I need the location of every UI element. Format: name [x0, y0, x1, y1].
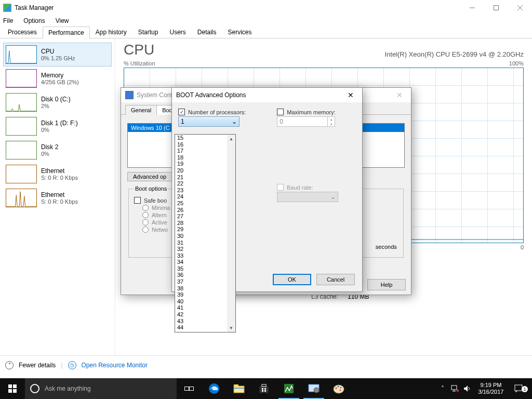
- tab-startup[interactable]: Startup: [132, 26, 164, 38]
- task-view-button[interactable]: [177, 378, 202, 399]
- dropdown-option[interactable]: 42: [175, 311, 235, 318]
- msconfig-close-icon[interactable]: ✕: [392, 91, 407, 99]
- dropdown-option[interactable]: 22: [175, 180, 235, 187]
- dropdown-option[interactable]: 36: [175, 272, 235, 278]
- taskbar-store[interactable]: [251, 378, 276, 399]
- svg-point-26: [457, 390, 459, 392]
- dropdown-option[interactable]: 17: [175, 148, 235, 154]
- chevron-up-icon[interactable]: ˄: [5, 361, 14, 369]
- tray-chevron-icon[interactable]: ˄: [436, 385, 449, 392]
- sidebar-disk1[interactable]: Disk 1 (D: F:)0%: [3, 114, 112, 138]
- tab-app-history[interactable]: App history: [90, 26, 132, 38]
- start-button[interactable]: [0, 384, 25, 393]
- sidebar-eth1[interactable]: EthernetS: 0 R: 0 Kbps: [3, 186, 112, 210]
- cpu-name: Intel(R) Xeon(R) CPU E5-2699 v4 @ 2.20GH…: [384, 50, 524, 58]
- dropdown-option[interactable]: 44: [175, 324, 235, 331]
- numproc-combo[interactable]: 1⌄: [178, 116, 240, 127]
- dropdown-option[interactable]: 16: [175, 141, 235, 148]
- dropdown-option[interactable]: 41: [175, 304, 235, 311]
- msconfig-tab-general[interactable]: General: [125, 105, 157, 115]
- maxmem-input[interactable]: 0▲▼: [277, 116, 335, 127]
- minimize-button[interactable]: [460, 0, 484, 16]
- dropdown-option[interactable]: 34: [175, 259, 235, 265]
- svg-rect-13: [262, 388, 263, 390]
- dropdown-option[interactable]: 19: [175, 161, 235, 167]
- baud-combo: ⌄: [277, 192, 338, 202]
- svg-rect-1: [8, 384, 12, 388]
- dropdown-option[interactable]: 28: [175, 220, 235, 227]
- msconfig-help-button[interactable]: Help: [367, 279, 406, 290]
- dropdown-option[interactable]: 37: [175, 278, 235, 285]
- tab-users[interactable]: Users: [164, 26, 191, 38]
- svg-rect-25: [451, 385, 457, 390]
- dropdown-option[interactable]: 39: [175, 291, 235, 298]
- dropdown-option[interactable]: 30: [175, 233, 235, 240]
- svg-rect-4: [13, 389, 17, 393]
- dropdown-option[interactable]: 35: [175, 265, 235, 272]
- window-title: Task Manager: [15, 4, 460, 11]
- dropdown-option[interactable]: 31: [175, 240, 235, 246]
- tray-network-icon[interactable]: [449, 385, 461, 392]
- cortana-icon: [30, 384, 39, 393]
- dropdown-option[interactable]: 23: [175, 187, 235, 194]
- footer: ˄ Fewer details | ◷ Open Resource Monito…: [0, 355, 532, 374]
- chevron-down-icon: ⌄: [330, 193, 336, 201]
- sidebar-cpu[interactable]: CPU0% 1.25 GHz: [3, 43, 112, 66]
- dropdown-option[interactable]: 18: [175, 154, 235, 161]
- bootadv-title: BOOT Advanced Options: [176, 91, 343, 99]
- dropdown-option[interactable]: 32: [175, 246, 235, 252]
- sidebar-disk0[interactable]: Disk 0 (C:)2%: [3, 90, 112, 114]
- sidebar-disk2[interactable]: Disk 20%: [3, 138, 112, 162]
- numproc-dropdown-list[interactable]: 1516171819202122232425262728293031323334…: [175, 134, 236, 332]
- close-button[interactable]: [508, 0, 532, 16]
- sidebar-memory[interactable]: Memory4/256 GB (2%): [3, 66, 112, 90]
- dropdown-option[interactable]: 38: [175, 285, 235, 292]
- fewer-details-link[interactable]: Fewer details: [19, 362, 56, 369]
- tab-details[interactable]: Details: [192, 26, 222, 38]
- svg-rect-12: [262, 384, 266, 387]
- menu-view[interactable]: View: [55, 17, 70, 24]
- dropdown-option[interactable]: 29: [175, 226, 235, 233]
- menu-file[interactable]: File: [2, 17, 14, 24]
- taskbar-msconfig[interactable]: [301, 378, 326, 399]
- dropdown-option[interactable]: 27: [175, 213, 235, 220]
- open-resource-monitor-link[interactable]: Open Resource Monitor: [82, 362, 148, 369]
- advanced-options-button[interactable]: Advanced op: [127, 172, 172, 181]
- tray-volume-icon[interactable]: [461, 385, 474, 392]
- svg-point-19: [314, 388, 319, 393]
- sidebar-eth0[interactable]: EthernetS: 0 R: 0 Kbps: [3, 162, 112, 186]
- dropdown-option[interactable]: 24: [175, 193, 235, 200]
- dropdown-option[interactable]: 40: [175, 298, 235, 305]
- tab-processes[interactable]: Processes: [2, 26, 43, 38]
- tray-notifications[interactable]: 1: [508, 384, 529, 393]
- dropdown-option[interactable]: 43: [175, 318, 235, 325]
- taskbar-paint[interactable]: [326, 378, 351, 399]
- sidebar-cpu-sub: 0% 1.25 GHz: [41, 55, 75, 61]
- dropdown-option[interactable]: 26: [175, 207, 235, 214]
- taskbar-edge[interactable]: [202, 378, 227, 399]
- dropdown-option[interactable]: 21: [175, 174, 235, 181]
- taskbar-taskmgr[interactable]: [276, 378, 301, 399]
- bootadv-ok-button[interactable]: OK: [273, 274, 311, 285]
- menu-options[interactable]: Options: [22, 17, 46, 24]
- tab-performance[interactable]: Performance: [43, 26, 90, 38]
- tray-clock[interactable]: 9:19 PM 3/16/2017: [474, 382, 508, 395]
- dropdown-scrollbar[interactable]: ▲ ▼: [227, 135, 235, 332]
- maximize-button[interactable]: [484, 0, 508, 16]
- safe-boot-checkbox[interactable]: [134, 197, 141, 204]
- maxmem-checkbox[interactable]: [277, 109, 284, 115]
- tab-services[interactable]: Services: [222, 26, 258, 38]
- app-icon: [3, 4, 11, 12]
- menu-bar: File Options View: [0, 16, 532, 26]
- dropdown-option[interactable]: 33: [175, 252, 235, 259]
- chevron-down-icon: ⌄: [232, 118, 237, 125]
- taskbar-explorer[interactable]: [227, 378, 251, 399]
- msconfig-icon: [125, 91, 134, 99]
- bootadv-close-icon[interactable]: ✕: [343, 91, 358, 99]
- dropdown-option[interactable]: 25: [175, 200, 235, 207]
- dropdown-option[interactable]: 20: [175, 167, 235, 174]
- bootadv-cancel-button[interactable]: Cancel: [316, 274, 355, 285]
- numproc-checkbox[interactable]: ✓: [178, 109, 185, 115]
- taskbar-search[interactable]: Ask me anything: [25, 378, 177, 399]
- dropdown-option[interactable]: 15: [175, 135, 235, 141]
